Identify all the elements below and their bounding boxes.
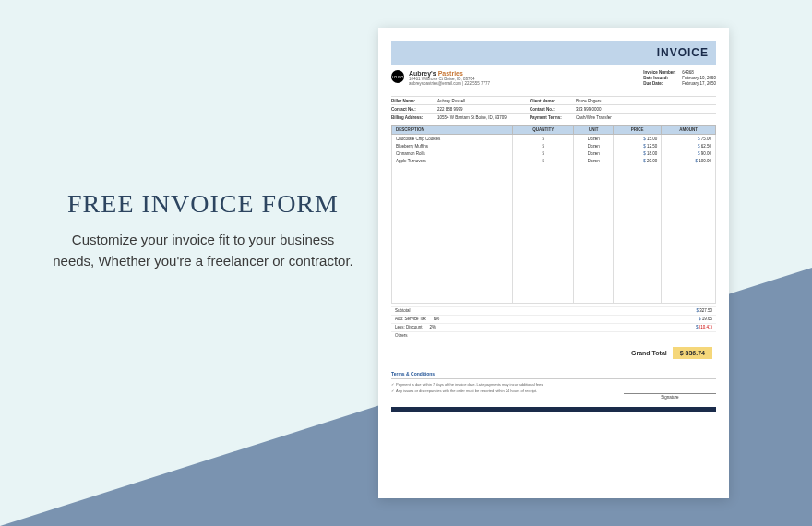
invoice-document: INVOICE LO GO Aubrey's Pastries 10461 Wi…: [378, 28, 729, 498]
check-icon: ✓: [391, 382, 394, 387]
invoice-title: INVOICE: [657, 46, 709, 59]
table-row: Chocolate Chip Cookies5Dozen$ 15.00$ 75.…: [392, 135, 716, 143]
company-name: Aubrey's Pastries: [409, 70, 490, 77]
logo-icon: LO GO: [391, 70, 404, 83]
table-row: Cinnamon Rolls5Dozen$ 18.00$ 90.00: [392, 149, 716, 157]
items-table: DESCRIPTION QUANTITY UNIT PRICE AMOUNT C…: [391, 125, 716, 304]
party-block: Biller Name:Aubrey Russell Client Name:B…: [391, 96, 716, 121]
totals-block: Subtotal$ 327.50 Add: Service Tax6%$ 19.…: [391, 306, 716, 340]
company-block: LO GO Aubrey's Pastries 10461 Wildrose C…: [391, 65, 716, 92]
check-icon: ✓: [391, 389, 394, 393]
footer-bar: [391, 407, 716, 412]
signature-line: Signature: [624, 393, 716, 400]
table-header-row: DESCRIPTION QUANTITY UNIT PRICE AMOUNT: [392, 126, 716, 135]
invoice-header-bar: INVOICE: [391, 41, 716, 65]
promo-title: FREE INVOICE FORM: [51, 189, 355, 219]
grand-total: Grand Total $ 336.74: [391, 342, 716, 364]
promo-subtitle: Customize your invoice fit to your busin…: [51, 230, 355, 271]
promo-panel: FREE INVOICE FORM Customize your invoice…: [51, 189, 355, 271]
table-row: Apple Turnovers5Dozen$ 20.00$ 100.00: [392, 157, 716, 164]
terms-block: Terms & Conditions ✓Payment is due withi…: [391, 371, 716, 400]
table-row: Blueberry Muffins5Dozen$ 12.50$ 62.50: [392, 142, 716, 149]
company-contact: aubreyspastries@email.com | 222 555 7777: [409, 81, 490, 86]
invoice-meta: Invoice Number:64368 Date Issued:Februar…: [643, 70, 716, 87]
table-empty-space: [392, 164, 716, 303]
